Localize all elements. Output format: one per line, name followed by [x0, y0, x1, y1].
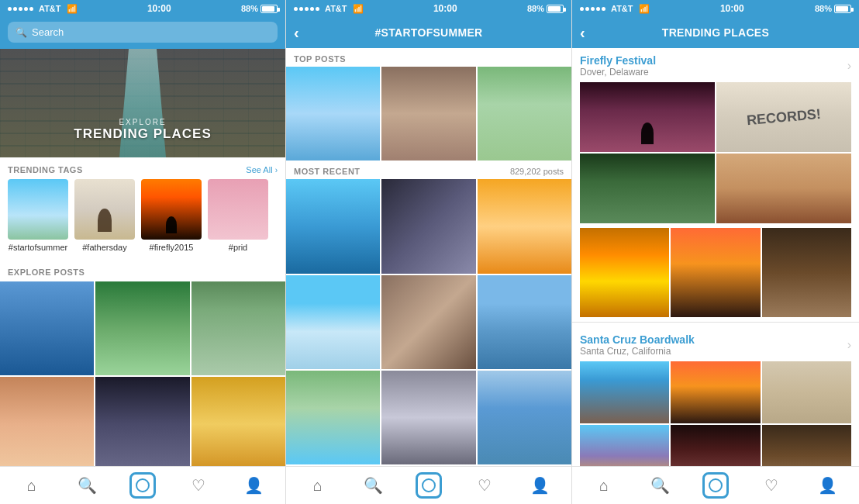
hero-text: EXPLORE TRENDING PLACES: [0, 118, 285, 142]
firefly-sunset[interactable]: [671, 228, 760, 317]
battery-1: 88%: [241, 4, 278, 13]
place-santa-cruz[interactable]: Santa Cruz Boardwalk Santa Cruz, Califor…: [572, 327, 859, 466]
recent-1[interactable]: [381, 179, 475, 273]
firefly-photo-2[interactable]: [580, 154, 715, 223]
nav-profile-2[interactable]: 👤: [512, 478, 567, 493]
most-recent-header: MOST RECENT 829,202 posts: [286, 161, 571, 179]
explore-posts-label: EXPLORE POSTS: [8, 268, 85, 277]
profile-icon-1: 👤: [244, 478, 264, 493]
nav-profile-1[interactable]: 👤: [226, 478, 281, 493]
nav-heart-3[interactable]: ♡: [743, 478, 799, 493]
recent-0[interactable]: [286, 179, 380, 273]
recent-4[interactable]: [381, 275, 475, 369]
post-3[interactable]: [0, 377, 94, 466]
explore-content: EXPLORE TRENDING PLACES TRENDING TAGS Se…: [0, 49, 285, 466]
top-post-2[interactable]: [478, 67, 571, 161]
recent-2[interactable]: [478, 179, 571, 273]
camera-icon-3: [702, 472, 729, 499]
nav-heart-2[interactable]: ♡: [457, 478, 512, 493]
tag-item-2[interactable]: #firefly2015: [141, 179, 202, 252]
sc-photo-2[interactable]: [762, 361, 851, 423]
firefly-crowd2[interactable]: [762, 228, 851, 317]
recent-6[interactable]: [286, 371, 380, 464]
recent-8[interactable]: [478, 371, 571, 464]
camera-icon-2: [416, 472, 442, 499]
see-all-button[interactable]: See All ›: [246, 165, 278, 174]
place-firefly[interactable]: Firefly Festival Dover, Delaware › RECOR…: [572, 48, 859, 226]
recent-7[interactable]: [381, 371, 475, 464]
battery-2: 88%: [527, 4, 564, 13]
nav-home-2[interactable]: ⌂: [290, 478, 346, 493]
status-bar-1: AT&T 📶 10:00 88%: [0, 0, 285, 17]
tag-item-0[interactable]: #startofsummer: [8, 179, 68, 252]
carrier-name-2: AT&T: [325, 4, 347, 13]
time-1: 10:00: [147, 3, 171, 14]
firefly-photo-0[interactable]: [580, 82, 715, 152]
home-icon-2: ⌂: [313, 478, 323, 493]
place-firefly-location: Dover, Delaware: [580, 67, 656, 78]
nav-search-2[interactable]: 🔍: [346, 478, 402, 493]
tag-item-3[interactable]: #prid: [208, 179, 268, 252]
nav-camera-2[interactable]: [401, 472, 457, 499]
post-1[interactable]: [95, 281, 189, 375]
camera-icon-1: [129, 472, 156, 499]
sc-photo-3[interactable]: [580, 425, 669, 466]
recent-3[interactable]: [286, 275, 380, 369]
battery-pct-1: 88%: [241, 4, 258, 13]
posts-count: 829,202 posts: [510, 167, 564, 176]
post-2[interactable]: [191, 281, 285, 375]
back-button-3[interactable]: ‹: [580, 25, 585, 40]
hero-explore-label: EXPLORE: [0, 118, 285, 126]
nav-search-3[interactable]: 🔍: [632, 478, 688, 493]
wifi-icon-1: 📶: [67, 4, 78, 14]
sc-photo-5[interactable]: [762, 425, 851, 466]
back-button-2[interactable]: ‹: [294, 25, 299, 40]
post-0[interactable]: [0, 281, 94, 375]
profile-icon-2: 👤: [530, 478, 550, 493]
nav-profile-3[interactable]: 👤: [799, 478, 855, 493]
firefly-stage[interactable]: [580, 228, 669, 317]
post-4[interactable]: [95, 377, 189, 466]
most-recent-label: MOST RECENT: [294, 167, 361, 176]
hashtag-content: TOP POSTS MOST RECENT 829,202 posts: [286, 48, 571, 466]
firefly-photo-1[interactable]: RECORDS!: [716, 82, 851, 152]
phone-hashtag: AT&T 📶 10:00 88% ‹ #STARTOFSUMMER TOP PO…: [286, 0, 572, 504]
search-icon-1: 🔍: [16, 27, 27, 38]
top-post-1[interactable]: [381, 67, 475, 161]
sc-photos-grid: [580, 361, 851, 466]
tag-label-0: #startofsummer: [8, 243, 68, 252]
heart-icon-2: ♡: [478, 478, 492, 493]
nav-search-1[interactable]: 🔍: [60, 478, 116, 493]
nav-heart-1[interactable]: ♡: [171, 478, 226, 493]
nav-home-1[interactable]: ⌂: [4, 478, 60, 493]
search-nav-icon-3: 🔍: [650, 478, 670, 493]
recent-5[interactable]: [478, 275, 571, 369]
sc-photo-0[interactable]: [580, 361, 669, 423]
tag-item-1[interactable]: #fathersday: [74, 179, 135, 252]
heart-icon-3: ♡: [764, 478, 778, 493]
place-sc-header: Santa Cruz Boardwalk Santa Cruz, Califor…: [580, 333, 851, 357]
nav-camera-3[interactable]: [688, 472, 743, 499]
top-post-0[interactable]: [286, 67, 380, 161]
sc-photo-1[interactable]: [671, 361, 760, 423]
home-icon-1: ⌂: [27, 478, 36, 493]
wifi-icon-3: 📶: [639, 4, 650, 14]
hero-title: TRENDING PLACES: [0, 126, 285, 142]
tag-label-3: #prid: [208, 243, 268, 252]
place-sc-arrow-icon: ›: [847, 338, 851, 352]
place-sc-name: Santa Cruz Boardwalk: [580, 333, 695, 346]
time-2: 10:00: [433, 3, 457, 14]
carrier-2: AT&T 📶: [294, 4, 364, 14]
post-5[interactable]: [191, 377, 285, 466]
nav-camera-1[interactable]: [115, 472, 171, 499]
status-bar-2: AT&T 📶 10:00 88%: [286, 0, 571, 17]
sc-photo-4[interactable]: [671, 425, 760, 466]
firefly-photo-3[interactable]: [716, 154, 851, 223]
top-posts-header: TOP POSTS: [286, 48, 571, 67]
nav-home-3[interactable]: ⌂: [576, 478, 632, 493]
search-input-1[interactable]: 🔍 Search: [8, 22, 278, 43]
trending-places-content: Firefly Festival Dover, Delaware › RECOR…: [572, 48, 859, 466]
bottom-nav-2: ⌂ 🔍 ♡ 👤: [286, 466, 571, 504]
place-firefly-header: Firefly Festival Dover, Delaware ›: [580, 54, 851, 78]
place-sc-location: Santa Cruz, California: [580, 346, 695, 357]
